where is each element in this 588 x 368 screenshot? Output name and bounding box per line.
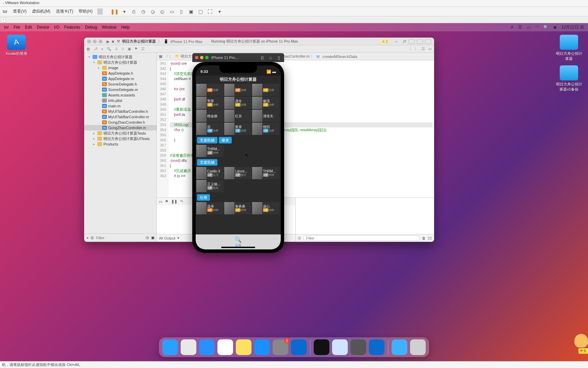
layout-icon[interactable]: ▯ xyxy=(178,9,184,15)
fullscreen-icon[interactable]: ⛶ xyxy=(207,9,213,15)
agent-cell[interactable]: 6星先锋 xyxy=(196,84,224,96)
toggle-right-panel-icon[interactable] xyxy=(425,39,431,44)
stop-button[interactable]: ■ xyxy=(112,39,114,44)
plus-icon[interactable]: + xyxy=(395,40,397,44)
siri-icon[interactable]: ◉ xyxy=(553,25,557,30)
breakpoints-icon[interactable]: ⚑ xyxy=(134,47,138,51)
source-control-icon[interactable]: ⎇ xyxy=(93,47,98,51)
zoom-icon[interactable] xyxy=(205,56,209,59)
tag-chip[interactable]: 位移 xyxy=(197,194,210,201)
code-review-icon[interactable]: ⇄ xyxy=(403,39,406,44)
agent-cell[interactable]: 清道夫 xyxy=(252,110,279,122)
agent-cell[interactable]: THRM...1星特种 xyxy=(196,145,224,157)
vmware-menu-item[interactable]: 选项卡(T) xyxy=(53,9,76,14)
agent-cell[interactable]: 6星先锋 xyxy=(224,84,251,96)
clock-icon[interactable]: ◷ xyxy=(140,9,146,15)
vmware-menu-item[interactable]: 虚拟机(M) xyxy=(29,9,53,14)
warning-badge[interactable]: ⚠ 1 xyxy=(380,40,390,43)
window-traffic-lights[interactable] xyxy=(87,40,102,43)
issues-icon[interactable]: ⚠ xyxy=(115,47,118,51)
menubar-item[interactable]: Window xyxy=(102,25,116,30)
app-scroll-content[interactable]: 6星先锋6星先锋5星先锋苇草5星先锋凛冬5星先锋极境5星先锋桃金娘红豆清道夫芬3… xyxy=(196,83,281,234)
related-items-icon[interactable]: ▦ xyxy=(159,54,162,59)
tests-icon[interactable]: ◇ xyxy=(121,47,124,51)
agent-cell[interactable]: 崖心5星特种 xyxy=(252,202,279,214)
input-source-icon[interactable]: A xyxy=(511,25,513,30)
dock-app-reminders[interactable] xyxy=(217,339,233,355)
dock-app-terminal[interactable] xyxy=(314,339,329,355)
project-tree[interactable]: ▾明日方舟公招计算器▾明日方舟公招计算器▸imagehAppDelegate.h… xyxy=(84,53,157,233)
continue-icon[interactable]: ❚❚ xyxy=(171,199,177,204)
navigator-filter-input[interactable] xyxy=(96,236,144,240)
dock-app-downloads[interactable] xyxy=(392,339,407,355)
dock-app-safari[interactable] xyxy=(199,339,215,355)
symbols-icon[interactable]: ≡ xyxy=(101,47,103,51)
agent-cell[interactable]: 香草3星先锋 xyxy=(224,123,251,135)
tree-row[interactable]: ▾明日方舟公招计算器 xyxy=(84,54,157,60)
editor-fwd-icon[interactable]: 〉 xyxy=(414,46,418,51)
agent-cell[interactable]: THRM...1星特种 xyxy=(252,167,279,179)
vmware-menu-item[interactable]: 查看(V) xyxy=(10,9,29,14)
tree-row[interactable]: mMyUITabBarController.m xyxy=(84,114,157,120)
layout-icon[interactable]: ▢ xyxy=(197,9,203,15)
agent-cell[interactable]: 正义骑...1星狙击 xyxy=(196,180,224,192)
step-over-icon[interactable]: ↷ xyxy=(180,199,183,204)
menubar-item[interactable]: I/O xyxy=(54,25,60,30)
spotlight-icon[interactable]: 🔍 xyxy=(543,25,549,30)
pause-icon[interactable]: ❚❚ xyxy=(112,9,118,15)
agent-cell[interactable]: 极境5星先锋 xyxy=(252,97,279,109)
home-icon[interactable]: ⌂ xyxy=(268,55,273,60)
agent-cell[interactable]: 桃金娘 xyxy=(196,110,224,122)
zoom-icon[interactable] xyxy=(99,40,102,43)
tree-row[interactable]: mGongZhaoController.m xyxy=(84,125,157,131)
agent-cell[interactable]: 食铁兽5星特种 xyxy=(224,202,251,214)
tree-row[interactable]: Info.plist xyxy=(84,98,157,103)
simulator-screen[interactable]: 9:33 📶 ▬ 明日方舟公招计算器 6星先锋6星先锋5星先锋苇草5星先锋凛冬5… xyxy=(196,65,281,249)
tree-row[interactable]: ▸明日方舟公招计算器Tests xyxy=(84,131,157,136)
layout-icon[interactable]: ▭ xyxy=(169,9,175,15)
control-center-icon[interactable]: ☰ xyxy=(518,25,522,30)
close-icon[interactable] xyxy=(87,40,91,43)
vmware-menu-item[interactable]: tor xyxy=(0,9,10,14)
agent-cell[interactable]: 芬3星先锋 xyxy=(196,123,224,135)
tree-row[interactable]: hMyUITabBarController.h xyxy=(84,109,157,114)
dock-app-launchpad[interactable] xyxy=(181,339,196,355)
scm-filter-icon[interactable]: ▣ xyxy=(151,235,154,240)
toggle-vars-icon[interactable]: ▭ xyxy=(159,199,162,204)
filter-scope-icon[interactable]: ◎ xyxy=(91,235,94,240)
plus-icon[interactable]: + xyxy=(86,236,88,240)
breakpoint-toggle-icon[interactable]: ⚑ xyxy=(165,199,168,204)
dock-app-simulator[interactable] xyxy=(332,339,348,355)
tag-chip[interactable]: 支援机械 xyxy=(197,137,217,143)
clipboard-icon[interactable]: ▯ xyxy=(276,55,281,60)
ime-indicator[interactable]: 中文 xyxy=(578,348,588,354)
screenshot-icon[interactable]: ⎙ xyxy=(260,55,265,60)
menubar-item[interactable]: Debug xyxy=(85,25,97,30)
desktop-icon-xcode[interactable]: Xcode的替身 xyxy=(3,35,30,56)
clock-icon[interactable]: ◷ xyxy=(146,235,149,240)
editor-adjust-icon[interactable]: ▭ xyxy=(428,47,432,51)
tag-chip[interactable]: 支援机械 xyxy=(197,159,217,166)
dock-app-xcode2[interactable] xyxy=(369,339,385,355)
trash-icon[interactable]: 🗑 xyxy=(422,236,426,240)
agent-cell[interactable]: 苇草5星先锋 xyxy=(196,97,224,109)
dock-app-finder[interactable] xyxy=(162,339,178,355)
agent-cell[interactable]: 5星先锋 xyxy=(252,84,279,96)
dock-app-vscode[interactable] xyxy=(350,339,366,355)
find-icon[interactable]: 🔍 xyxy=(107,47,111,51)
folder-icon[interactable]: ▦ xyxy=(86,47,90,51)
dock-app-xcode[interactable] xyxy=(291,339,307,355)
menubar-item[interactable]: Device xyxy=(37,25,49,30)
snapshot-manager-icon[interactable]: ◶ xyxy=(150,9,156,15)
tree-row[interactable]: ▸image xyxy=(84,65,157,71)
reports-icon[interactable]: ☰ xyxy=(141,47,145,51)
tree-row[interactable]: mmain.m xyxy=(84,103,157,109)
simulator-titlebar[interactable]: iPhone 11 Pro... ⎙ ⌂ ▯ xyxy=(192,53,284,62)
tree-row[interactable]: ▸明日方舟公招计算器UITests xyxy=(84,136,157,141)
agent-cell[interactable]: 温蒂6星特种 xyxy=(196,202,224,214)
layout-icon[interactable]: ▣ xyxy=(188,9,194,15)
split-icon[interactable]: ▯▯ xyxy=(428,236,432,240)
wifi-icon[interactable]: ◠ xyxy=(535,25,539,30)
agent-cell[interactable]: Lance...1星医疗 xyxy=(224,167,251,179)
editor-back-icon[interactable]: 〈 xyxy=(407,46,411,51)
